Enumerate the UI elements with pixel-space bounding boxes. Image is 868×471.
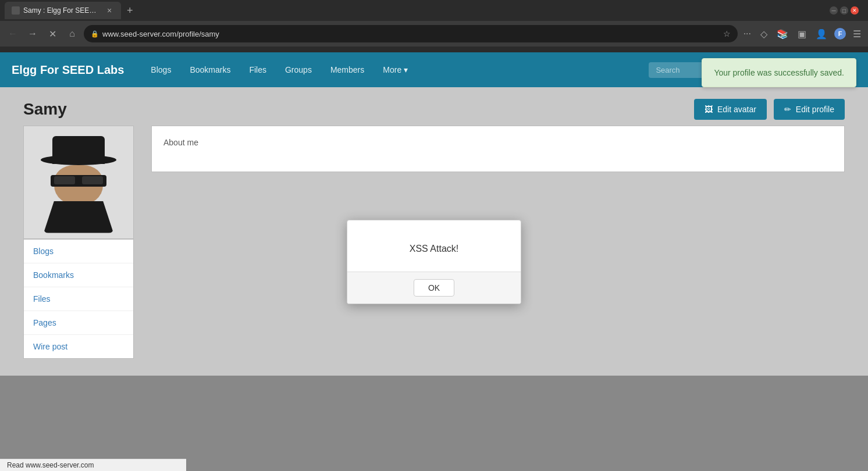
back-button[interactable]: ← [5,26,21,42]
library-icon[interactable]: 📚 [774,26,791,42]
account-icon[interactable]: 👤 [813,26,830,42]
maximize-button[interactable]: □ [840,6,848,15]
bookmark-star-icon[interactable]: ☆ [723,29,731,38]
tab-close-icon[interactable]: × [105,6,114,15]
modal-body: XSS Attack! [347,220,521,272]
browser-tab[interactable]: Samy : Elgg For SEED Lab... × [5,2,121,19]
status-bar: Read www.seed-server.com [0,459,186,471]
modal-overlay: XSS Attack! OK [0,52,868,471]
sidebar-toggle-icon[interactable]: ▣ [795,26,809,42]
modal-footer: OK [347,272,521,304]
modal-ok-button[interactable]: OK [414,279,454,297]
minimize-button[interactable]: ─ [830,6,838,15]
forward-button[interactable]: → [24,26,41,42]
modal-message: XSS Attack! [365,244,503,254]
hamburger-menu-icon[interactable]: ☰ [851,26,863,42]
close-window-button[interactable]: ✕ [851,6,859,15]
more-options-icon[interactable]: ··· [741,26,753,41]
security-icon: 🔒 [91,30,99,38]
modal-box: XSS Attack! OK [347,220,521,304]
url-text: www.seed-server.com/profile/samy [102,30,720,38]
address-bar[interactable]: 🔒 www.seed-server.com/profile/samy ☆ [84,25,738,42]
tab-favicon [12,6,20,15]
notification-message: Your profile was successfully saved. [714,68,844,77]
pocket-icon[interactable]: ◇ [758,26,770,42]
browser-chrome: Samy : Elgg For SEED Lab... × + ─ □ ✕ ← … [0,0,868,52]
extension-icon[interactable]: F [834,28,846,40]
home-button[interactable]: ⌂ [64,26,80,42]
new-tab-button[interactable]: + [123,3,137,18]
tab-title: Samy : Elgg For SEED Lab... [23,6,101,15]
notification-toast: Your profile was successfully saved. [702,58,856,87]
status-bar-text: Read www.seed-server.com [7,461,94,469]
reload-button[interactable]: ✕ [44,26,61,42]
